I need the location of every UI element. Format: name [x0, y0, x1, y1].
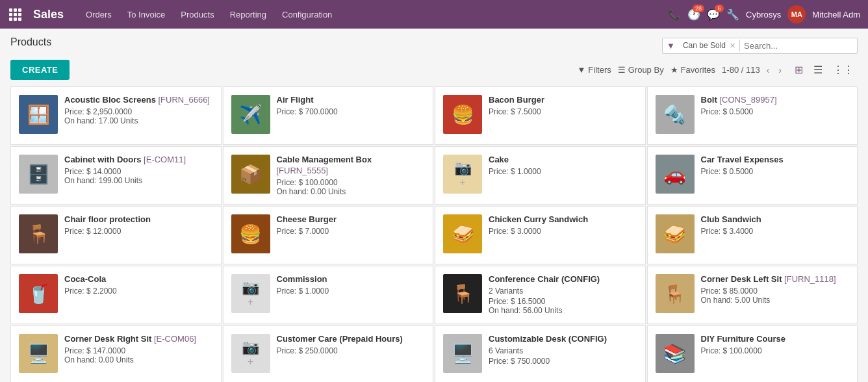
product-emoji: 🪑 [663, 283, 686, 305]
no-image-icon: 📷+ [242, 279, 259, 308]
product-card[interactable]: 📷+ Cake Price: $ 1.0000 [435, 146, 646, 205]
product-stock: On hand: 5.00 Units [701, 296, 850, 305]
product-emoji: 🗄️ [27, 164, 50, 185]
product-stock: On hand: 0.00 Units [277, 187, 426, 196]
list-view-button[interactable]: ☰ [810, 62, 826, 78]
product-card[interactable]: 📦 Cable Management Box [FURN_5555] Price… [223, 146, 434, 205]
chat-icon[interactable]: 💬6 [707, 8, 720, 21]
product-name: Corner Desk Right Sit [E-COM06] [64, 334, 213, 345]
product-info: Conference Chair (CONFIG) 2 Variants Pri… [489, 274, 637, 315]
product-info: Cable Management Box [FURN_5555] Price: … [277, 155, 426, 196]
product-info: Commission Price: $ 1.0000 [277, 274, 426, 296]
product-card[interactable]: 🥤 Coca-Cola Price: $ 2.2000 [10, 266, 222, 324]
product-card[interactable]: 📷+ Customer Care (Prepaid Hours) Price: … [223, 325, 434, 382]
filter-funnel-icon: ▼ [663, 38, 679, 53]
product-name: Club Sandwich [701, 214, 850, 225]
product-image: 🗄️ [19, 155, 58, 194]
product-price: Price: $ 3.4000 [701, 227, 850, 236]
nav-orders[interactable]: Orders [79, 6, 118, 23]
product-stock: On hand: 17.00 Units [64, 116, 213, 125]
nav-to-invoice[interactable]: To Invoice [121, 6, 172, 23]
group-by-label: Group By [628, 65, 664, 75]
product-card[interactable]: 🥪 Club Sandwich Price: $ 3.4000 [647, 206, 858, 264]
product-price: Price: $ 85.0000 [701, 286, 850, 296]
product-code: [CONS_89957] [717, 95, 777, 105]
product-card[interactable]: 🍔 Bacon Burger Price: $ 7.5000 [435, 86, 646, 145]
product-card[interactable]: 🗄️ Cabinet with Doors [E-COM11] Price: $… [10, 146, 222, 205]
product-name: Conference Chair (CONFIG) [489, 274, 637, 285]
user-avatar[interactable]: MA [787, 5, 806, 23]
product-price: Price: $ 1.0000 [277, 286, 426, 296]
nav-reporting[interactable]: Reporting [223, 6, 273, 23]
product-emoji: ✈️ [239, 104, 262, 125]
product-info: DIY Furniture Course Price: $ 100.0000 [701, 334, 850, 355]
product-name: Cable Management Box [FURN_5555] [277, 155, 426, 177]
product-price: Price: $ 7.5000 [489, 107, 637, 116]
product-emoji: 🪑 [27, 223, 50, 245]
product-card[interactable]: 🚗 Car Travel Expenses Price: $ 0.5000 [647, 146, 858, 205]
product-card[interactable]: 🖥️ Corner Desk Right Sit [E-COM06] Price… [10, 325, 222, 382]
product-price: Price: $ 12.0000 [64, 227, 213, 236]
product-emoji: 🥪 [452, 223, 474, 245]
clock-icon[interactable]: 🕐28 [687, 8, 700, 21]
pagination-text: 1-80 / 113 [722, 65, 760, 75]
action-right: ▼ Filters ☰ Group By ★ Favorites 1-80 / … [577, 62, 858, 78]
product-card[interactable]: ✈️ Air Flight Price: $ 700.0000 [223, 86, 434, 145]
remove-filter-button[interactable]: ✕ [730, 42, 735, 50]
product-card[interactable]: 🖥️ Customizable Desk (CONFIG) 6 Variants… [435, 325, 646, 382]
product-name: Chair floor protection [64, 214, 213, 225]
prev-page-button[interactable]: ‹ [764, 64, 772, 77]
nav-products[interactable]: Products [174, 6, 220, 23]
product-image: 🍔 [231, 214, 270, 253]
nav-configuration[interactable]: Configuration [275, 6, 338, 23]
grid-view-button[interactable]: ⊞ [791, 62, 807, 78]
view-toggles: ⊞ ☰ ⋮⋮ [791, 62, 858, 78]
product-info: Cabinet with Doors [E-COM11] Price: $ 14… [64, 155, 213, 185]
product-info: Corner Desk Left Sit [FURN_1118] Price: … [701, 274, 850, 305]
product-info: Bolt [CONS_89957] Price: $ 0.5000 [701, 95, 850, 116]
product-info: Bacon Burger Price: $ 7.5000 [489, 95, 637, 116]
product-image: 🍔 [443, 95, 482, 134]
product-card[interactable]: 🪑 Conference Chair (CONFIG) 2 Variants P… [435, 266, 646, 324]
product-card[interactable]: 📷+ Commission Price: $ 1.0000 [223, 266, 434, 324]
product-price: Price: $ 3.0000 [489, 227, 637, 236]
product-image: 🪟 [19, 95, 58, 134]
product-price: Price: $ 1.0000 [489, 167, 637, 176]
app-menu-icon[interactable] [8, 7, 23, 22]
app-name: Sales [33, 8, 64, 21]
search-input[interactable] [740, 39, 857, 53]
next-page-button[interactable]: › [776, 64, 784, 77]
product-info: Car Travel Expenses Price: $ 0.5000 [701, 155, 850, 176]
product-card[interactable]: 🔩 Bolt [CONS_89957] Price: $ 0.5000 [647, 86, 858, 145]
product-image: 🪑 [443, 274, 482, 313]
product-card[interactable]: 🪑 Chair floor protection Price: $ 12.000… [10, 206, 222, 264]
product-card[interactable]: 🍔 Cheese Burger Price: $ 7.0000 [223, 206, 434, 264]
product-card[interactable]: 🥪 Chicken Curry Sandwich Price: $ 3.0000 [435, 206, 646, 264]
tools-icon[interactable]: 🔧 [726, 8, 739, 21]
product-emoji: 📚 [663, 343, 686, 364]
product-name: Car Travel Expenses [701, 155, 850, 166]
page-title: Products [10, 36, 51, 48]
product-price: Price: $ 0.5000 [701, 167, 850, 176]
product-emoji: 📦 [239, 164, 262, 185]
group-by-button[interactable]: ☰ Group By [618, 65, 664, 75]
product-stock: On hand: 199.00 Units [64, 176, 213, 185]
kanban-view-button[interactable]: ⋮⋮ [829, 62, 858, 78]
product-emoji: 🪟 [27, 104, 50, 125]
product-name: Coca-Cola [64, 274, 213, 285]
product-info: Acoustic Bloc Screens [FURN_6666] Price:… [64, 95, 213, 125]
product-emoji: 🔩 [663, 104, 686, 125]
create-button[interactable]: CREATE [10, 60, 70, 80]
product-name: Cabinet with Doors [E-COM11] [64, 155, 213, 166]
product-info: Cheese Burger Price: $ 7.0000 [277, 214, 426, 236]
favorites-button[interactable]: ★ Favorites [670, 65, 715, 75]
filter-tag-label: Can be Sold [683, 41, 726, 50]
product-card[interactable]: 🪑 Corner Desk Left Sit [FURN_1118] Price… [647, 266, 858, 324]
product-card[interactable]: 🪟 Acoustic Bloc Screens [FURN_6666] Pric… [10, 86, 222, 145]
filters-button[interactable]: ▼ Filters [577, 65, 611, 75]
product-name: Bacon Burger [489, 95, 637, 106]
product-card[interactable]: 📚 DIY Furniture Course Price: $ 100.0000 [647, 325, 858, 382]
phone-icon[interactable]: 📞 [668, 8, 681, 21]
product-price: Price: $ 14.0000 [64, 167, 213, 176]
action-row: CREATE ▼ Filters ☰ Group By ★ Favorites … [10, 60, 858, 80]
